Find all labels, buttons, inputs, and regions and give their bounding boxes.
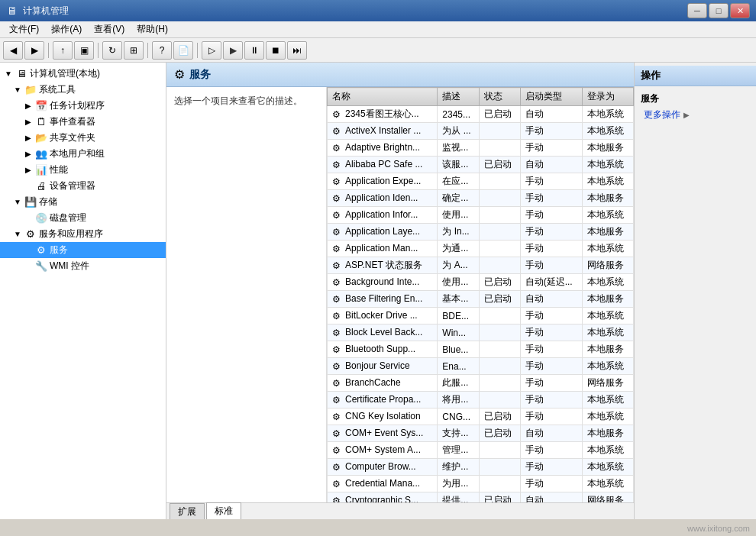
play-button[interactable]: ▶ — [223, 41, 243, 60]
table-row[interactable]: ⚙Application Infor... 使用... 手动 本地系统 — [328, 207, 634, 224]
tab-standard[interactable]: 标准 — [206, 502, 241, 519]
menu-view[interactable]: 查看(V) — [88, 21, 131, 37]
menu-action[interactable]: 操作(A) — [45, 21, 88, 37]
export-button[interactable]: ⊞ — [124, 41, 144, 60]
cell-name: ⚙COM+ System A... — [328, 442, 438, 459]
tree-expand-performance[interactable]: ▶ — [23, 165, 34, 176]
col-header-name[interactable]: 名称 — [328, 88, 438, 106]
tree-item-disk-mgmt[interactable]: ▶ 💿 磁盘管理 — [0, 210, 166, 226]
col-header-starttype[interactable]: 启动类型 — [520, 88, 583, 106]
tree-expand-local-users[interactable]: ▶ — [23, 149, 34, 160]
tree-item-device-manager[interactable]: ▶ 🖨 设备管理器 — [0, 178, 166, 194]
help-button[interactable]: ? — [152, 41, 172, 60]
performance-icon: 📊 — [35, 164, 47, 176]
services-header-icon: ⚙ — [174, 67, 185, 82]
forward-button[interactable]: ▶ — [24, 41, 44, 60]
tree-item-storage[interactable]: ▼ 💾 存储 — [0, 194, 166, 210]
col-header-logon[interactable]: 登录为 — [583, 88, 634, 106]
tree-item-performance[interactable]: ▶ 📊 性能 — [0, 162, 166, 178]
table-row[interactable]: ⚙Cryptographic S... 提供... 已启动 自动 网络服务 — [328, 492, 634, 503]
table-row[interactable]: ⚙Adaptive Brightn... 监视... 手动 本地服务 — [328, 140, 634, 157]
cell-starttype: 自动 — [520, 291, 583, 308]
minimize-button[interactable]: ─ — [687, 3, 707, 18]
system-tools-icon: 📁 — [24, 84, 37, 96]
tree-expand-system-tools[interactable]: ▼ — [12, 85, 23, 95]
table-row[interactable]: ⚙Bonjour Service Ena... 手动 本地系统 — [328, 358, 634, 375]
cell-starttype: 自动 — [520, 492, 583, 503]
close-button[interactable]: ✕ — [730, 3, 750, 18]
col-header-status[interactable]: 状态 — [480, 88, 520, 106]
maximize-button[interactable]: □ — [709, 3, 729, 18]
tree-item-services[interactable]: ▶ ⚙ 服务 — [0, 242, 166, 258]
right-action-more[interactable]: 更多操作 ▶ — [635, 107, 756, 123]
table-row[interactable]: ⚙Certificate Propa... 将用... 手动 本地系统 — [328, 392, 634, 408]
table-row[interactable]: ⚙Base Filtering En... 基本... 已启动 自动 本地服务 — [328, 291, 634, 308]
tree-label-device-manager: 设备管理器 — [50, 179, 95, 192]
cell-starttype: 手动 — [520, 224, 583, 241]
cell-status — [480, 325, 520, 341]
table-row[interactable]: ⚙COM+ Event Sys... 支持... 已启动 自动 本地服务 — [328, 425, 634, 442]
menu-file[interactable]: 文件(F) — [3, 21, 45, 37]
back-button[interactable]: ◀ — [3, 41, 23, 60]
up-button[interactable]: ↑ — [53, 41, 73, 60]
storage-icon: 💾 — [24, 196, 37, 208]
right-section-services: 服务 — [635, 89, 756, 107]
table-row[interactable]: ⚙Application Man... 为通... 手动 本地系统 — [328, 241, 634, 257]
table-row[interactable]: ⚙Application Iden... 确定... 手动 本地服务 — [328, 190, 634, 207]
cell-status — [480, 358, 520, 375]
table-row[interactable]: ⚙Alibaba PC Safe ... 该服... 已启动 自动 本地系统 — [328, 157, 634, 173]
run-button[interactable]: ▷ — [202, 41, 221, 60]
tree-expand-root[interactable]: ▼ — [3, 69, 14, 79]
tree-item-task-scheduler[interactable]: ▶ 📅 任务计划程序 — [0, 98, 166, 114]
tree-item-shared-folders[interactable]: ▶ 📂 共享文件夹 — [0, 130, 166, 146]
stop-button[interactable]: ⏹ — [266, 41, 286, 60]
table-row[interactable]: ⚙Application Laye... 为 In... 手动 本地服务 — [328, 224, 634, 241]
table-row[interactable]: ⚙2345看图王核心... 2345... 已启动 自动 本地系统 — [328, 106, 634, 123]
table-row[interactable]: ⚙Bluetooth Supp... Blue... 手动 本地服务 — [328, 341, 634, 358]
table-row[interactable]: ⚙ASP.NET 状态服务 为 A... 手动 网络服务 — [328, 257, 634, 274]
cell-logon: 本地系统 — [583, 241, 634, 257]
table-row[interactable]: ⚙Block Level Back... Win... 手动 本地系统 — [328, 325, 634, 341]
tree-expand-services-apps[interactable]: ▼ — [12, 229, 23, 240]
table-row[interactable]: ⚙COM+ System A... 管理... 手动 本地系统 — [328, 442, 634, 459]
cell-name: ⚙CNG Key Isolation — [328, 408, 438, 425]
device-manager-icon: 🖨 — [35, 180, 47, 192]
toolbar-extra-btn[interactable]: 📄 — [173, 41, 193, 60]
pause-button[interactable]: ⏸ — [244, 41, 264, 60]
tree-item-local-users[interactable]: ▶ 👥 本地用户和组 — [0, 146, 166, 162]
table-row[interactable]: ⚙BranchCache 此服... 手动 网络服务 — [328, 375, 634, 392]
table-row[interactable]: ⚙Credential Mana... 为用... 手动 本地系统 — [328, 476, 634, 492]
cell-name: ⚙Application Infor... — [328, 207, 438, 224]
services-table-wrap[interactable]: 名称 描述 状态 启动类型 登录为 ⚙2345看图王核心... 2345... … — [327, 87, 634, 502]
cell-name: ⚙Application Expe... — [328, 173, 438, 190]
table-row[interactable]: ⚙Computer Brow... 维护... 手动 本地系统 — [328, 459, 634, 476]
tree-item-services-apps[interactable]: ▼ ⚙ 服务和应用程序 — [0, 226, 166, 242]
cell-name: ⚙Adaptive Brightn... — [328, 140, 438, 157]
tree-root[interactable]: ▼ 🖥 计算机管理(本地) — [0, 66, 166, 82]
cell-status: 已启动 — [480, 492, 520, 503]
tree-item-event-viewer[interactable]: ▶ 🗒 事件查看器 — [0, 114, 166, 130]
table-row[interactable]: ⚙ActiveX Installer ... 为从 ... 手动 本地系统 — [328, 123, 634, 140]
show-hide-button[interactable]: ▣ — [74, 41, 94, 60]
col-header-desc[interactable]: 描述 — [438, 88, 480, 106]
cell-desc: 监视... — [438, 140, 480, 157]
tree-item-system-tools[interactable]: ▼ 📁 系统工具 — [0, 82, 166, 98]
cell-logon: 网络服务 — [583, 375, 634, 392]
tree-expand-task-scheduler[interactable]: ▶ — [23, 101, 34, 111]
cell-desc: 基本... — [438, 291, 480, 308]
step-button[interactable]: ⏭ — [287, 41, 307, 60]
cell-starttype: 手动 — [520, 358, 583, 375]
tree-expand-event-viewer[interactable]: ▶ — [23, 117, 34, 128]
table-row[interactable]: ⚙Background Inte... 使用... 已启动 自动(延迟... 本… — [328, 274, 634, 291]
refresh-button[interactable]: ↻ — [102, 41, 122, 60]
menu-help[interactable]: 帮助(H) — [131, 21, 174, 37]
tree-expand-shared-folders[interactable]: ▶ — [23, 133, 34, 144]
table-row[interactable]: ⚙BitLocker Drive ... BDE... 手动 本地系统 — [328, 308, 634, 325]
table-row[interactable]: ⚙CNG Key Isolation CNG... 已启动 手动 本地系统 — [328, 408, 634, 425]
cell-logon: 本地系统 — [583, 476, 634, 492]
services-header-title: 服务 — [189, 68, 211, 82]
tab-expand[interactable]: 扩展 — [170, 503, 205, 520]
table-row[interactable]: ⚙Application Expe... 在应... 手动 本地系统 — [328, 173, 634, 190]
tree-expand-storage[interactable]: ▼ — [12, 197, 23, 208]
tree-item-wmi-control[interactable]: ▶ 🔧 WMI 控件 — [0, 258, 166, 274]
